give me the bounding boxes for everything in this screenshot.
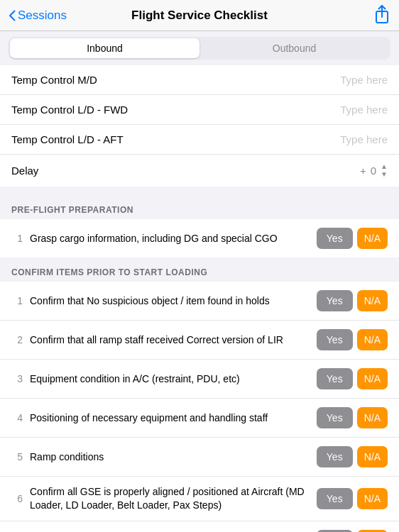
- share-button[interactable]: [373, 4, 390, 27]
- tab-outbound[interactable]: Outbound: [200, 38, 389, 58]
- page-title: Flight Service Checklist: [131, 9, 268, 23]
- app-header: Sessions Flight Service Checklist: [0, 0, 399, 31]
- item-buttons: Yes N/A: [317, 368, 388, 389]
- back-label: Sessions: [18, 9, 67, 23]
- list-item: 1 Confirm that No suspicious object / it…: [0, 282, 399, 321]
- confirm-loading-section: 1 Confirm that No suspicious object / it…: [0, 282, 399, 532]
- chevron-left-icon: [9, 10, 16, 21]
- item-text: Confirm that all ramp staff received Cor…: [30, 333, 310, 347]
- temp-fwd-row: Temp Control L/D - FWD Type here: [0, 95, 399, 125]
- delay-prefix: +: [360, 165, 366, 177]
- na-button[interactable]: N/A: [357, 488, 388, 509]
- item-number: 1: [11, 233, 23, 244]
- na-button[interactable]: N/A: [357, 329, 388, 350]
- item-number: 2: [11, 334, 23, 345]
- checklist-item: 1 Grasp cargo information, including DG …: [0, 219, 399, 257]
- pre-flight-section: 1 Grasp cargo information, including DG …: [0, 219, 399, 257]
- item-text: Confirm all GSE is properly aligned / po…: [30, 485, 310, 512]
- section-header-pre-flight: PRE-FLIGHT PREPARATION: [0, 195, 399, 219]
- item-number: 1: [11, 295, 23, 306]
- yes-button[interactable]: Yes: [317, 228, 353, 249]
- delay-row: Delay + 0 ▲ ▼: [0, 155, 399, 187]
- yes-button[interactable]: Yes: [317, 329, 353, 350]
- temp-fwd-label: Temp Control L/D - FWD: [11, 104, 128, 116]
- segmented-control: Inbound Outbound: [9, 37, 390, 60]
- list-item: 6 Confirm all GSE is properly aligned / …: [0, 477, 399, 521]
- item-text: Positioning of necessary equipment and h…: [30, 411, 310, 425]
- na-button[interactable]: N/A: [357, 446, 388, 467]
- temp-fwd-input[interactable]: Type here: [340, 104, 388, 116]
- temp-aft-input[interactable]: Type here: [340, 133, 388, 145]
- item-text: Grasp cargo information, including DG an…: [30, 232, 310, 245]
- back-button[interactable]: Sessions: [9, 9, 67, 23]
- delay-label: Delay: [11, 165, 38, 177]
- item-buttons: Yes N/A: [317, 446, 388, 467]
- item-number: 4: [11, 412, 23, 423]
- list-item: 3 Equipment condition in A/C (restraint,…: [0, 360, 399, 399]
- yes-button[interactable]: Yes: [317, 368, 353, 389]
- share-icon: [373, 4, 390, 24]
- yes-button[interactable]: Yes: [317, 407, 353, 428]
- item-text: Confirm that No suspicious object / item…: [30, 294, 310, 308]
- stepper-arrows[interactable]: ▲ ▼: [381, 163, 388, 178]
- temp-md-label: Temp Control M/D: [11, 74, 97, 86]
- list-item: 4 Positioning of necessary equipment and…: [0, 399, 399, 438]
- stepper-up-icon[interactable]: ▲: [381, 163, 388, 170]
- temp-md-input[interactable]: Type here: [340, 74, 388, 86]
- na-button[interactable]: N/A: [357, 368, 388, 389]
- item-buttons: Yes N/A: [317, 329, 388, 350]
- temp-aft-row: Temp Control L/D - AFT Type here: [0, 125, 399, 155]
- na-button[interactable]: N/A: [357, 407, 388, 428]
- list-item: 5 Ramp conditions Yes N/A: [0, 438, 399, 477]
- delay-value: 0: [371, 165, 376, 177]
- yes-button[interactable]: Yes: [317, 290, 353, 311]
- item-buttons: Yes N/A: [317, 407, 388, 428]
- item-number: 5: [11, 451, 23, 462]
- item-buttons: Yes N/A: [317, 488, 388, 509]
- tab-inbound[interactable]: Inbound: [10, 38, 200, 58]
- item-number: 6: [11, 493, 23, 504]
- item-buttons: Yes N/A: [317, 290, 388, 311]
- na-button[interactable]: N/A: [357, 228, 388, 249]
- yes-button[interactable]: Yes: [317, 488, 353, 509]
- na-button[interactable]: N/A: [357, 290, 388, 311]
- item-number: 3: [11, 373, 23, 384]
- item-text: Ramp conditions: [30, 450, 310, 464]
- temp-aft-label: Temp Control L/D - AFT: [11, 133, 124, 145]
- section-header-confirm-loading: CONFIRM ITEMS PRIOR TO START LOADING: [0, 257, 399, 282]
- yes-button[interactable]: Yes: [317, 446, 353, 467]
- stepper-down-icon[interactable]: ▼: [381, 171, 388, 178]
- form-fields-section: Temp Control M/D Type here Temp Control …: [0, 65, 399, 187]
- list-item: 2 Confirm that all ramp staff received C…: [0, 321, 399, 360]
- item-text: Equipment condition in A/C (restraint, P…: [30, 372, 310, 386]
- delay-stepper[interactable]: + 0 ▲ ▼: [360, 163, 388, 178]
- temp-md-row: Temp Control M/D Type here: [0, 65, 399, 95]
- item-buttons: Yes N/A: [317, 228, 388, 249]
- list-item: 7 Condition of tail stanchion or nose te…: [0, 521, 399, 532]
